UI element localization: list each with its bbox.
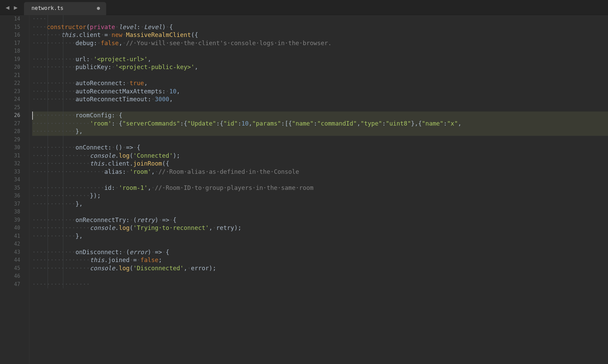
code-line[interactable]: ············onReconnectTry:·(retry)·=>·{ [32, 216, 608, 224]
line-number: 34 [0, 176, 29, 184]
line-number: 14 [0, 15, 29, 23]
code-line[interactable]: ············}, [32, 200, 608, 208]
line-number: 20 [0, 63, 29, 72]
line-number: 31 [0, 152, 29, 160]
line-number: 23 [0, 88, 29, 96]
code-line[interactable] [32, 136, 608, 144]
code-line[interactable]: ············onDisconnect:·(error)·=>·{ [32, 248, 608, 257]
line-number: 24 [0, 95, 29, 104]
line-number: 46 [0, 272, 29, 281]
tab-active[interactable]: network.ts [24, 2, 106, 15]
code-content[interactable]: ········constructor(private·level:·Level… [29, 15, 608, 364]
line-number: 39 [0, 216, 29, 224]
line-number: 35 [0, 184, 29, 192]
line-number: 19 [0, 55, 29, 64]
code-line[interactable]: ················console.log('Connected')… [32, 152, 608, 160]
code-line[interactable]: ···· [32, 15, 608, 23]
line-number: 33 [0, 168, 29, 176]
line-number: 15 [0, 23, 29, 31]
line-number: 16 [0, 31, 29, 39]
code-line[interactable]: ····················alias:·'room',·//·Ro… [32, 168, 608, 176]
code-line[interactable]: ················ [32, 281, 608, 289]
nav-forward-icon[interactable]: ▶ [12, 3, 19, 12]
code-line[interactable] [32, 240, 608, 248]
tab-filename: network.ts [31, 4, 63, 13]
code-line[interactable]: ············publicKey:·'<project-public-… [32, 63, 608, 72]
code-line[interactable]: ············url:·'<project-url>', [32, 55, 608, 64]
code-line[interactable]: ············roomConfig:·{ [32, 112, 608, 120]
code-line[interactable]: ············autoReconnect:·true, [32, 79, 608, 88]
line-number: 32 [0, 160, 29, 168]
line-number: 18 [0, 47, 29, 55]
tab-modified-icon [97, 7, 100, 10]
editor-area[interactable]: 1415161718192021222324252627282930313233… [0, 15, 608, 364]
line-number: 22 [0, 79, 29, 88]
code-line[interactable]: ············}, [32, 128, 608, 136]
code-line[interactable]: ············onConnect:·()·=>·{ [32, 144, 608, 152]
code-line[interactable] [32, 104, 608, 112]
code-line[interactable]: ················this.joined·=·false; [32, 256, 608, 264]
line-number: 40 [0, 224, 29, 232]
line-number: 37 [0, 200, 29, 208]
nav-back-icon[interactable]: ◀ [4, 3, 11, 12]
code-line[interactable] [32, 272, 608, 281]
line-number: 43 [0, 248, 29, 257]
code-line[interactable]: ················'room':·{"serverCommands… [32, 120, 608, 128]
code-line[interactable]: ············}, [32, 232, 608, 240]
line-number: 29 [0, 136, 29, 144]
code-line[interactable]: ············debug:·false,·//·You·will·se… [32, 39, 608, 48]
line-number-gutter: 1415161718192021222324252627282930313233… [0, 15, 29, 364]
code-line[interactable]: ············autoReconnectTimeout:·3000, [32, 95, 608, 104]
line-number: 44 [0, 256, 29, 264]
line-number: 36 [0, 192, 29, 200]
code-line[interactable]: ····constructor(private·level:·Level)·{ [32, 23, 608, 31]
editor-window: ◀ ▶ network.ts 1415161718192021222324252… [0, 0, 608, 364]
code-line[interactable]: ················console.log('Trying·to·r… [32, 224, 608, 232]
line-number: 17 [0, 39, 29, 48]
line-number: 47 [0, 281, 29, 289]
code-line[interactable]: ········this.client·=·new·MassiveRealmCl… [32, 31, 608, 39]
line-number: 27 [0, 120, 29, 128]
line-number: 30 [0, 144, 29, 152]
line-number: 42 [0, 240, 29, 248]
code-line[interactable]: ················}); [32, 192, 608, 200]
code-line[interactable] [32, 208, 608, 216]
line-number: 21 [0, 72, 29, 80]
line-number: 28 [0, 128, 29, 136]
line-number: 25 [0, 104, 29, 112]
nav-group: ◀ ▶ [4, 3, 19, 12]
text-cursor [32, 112, 33, 120]
code-line[interactable] [32, 47, 608, 55]
code-line[interactable]: ················this.client.joinRoom({ [32, 160, 608, 168]
line-number: 45 [0, 264, 29, 273]
code-line[interactable]: ············autoReconnectMaxAttempts:·10… [32, 88, 608, 96]
code-line[interactable]: ················console.log('Disconnecte… [32, 264, 608, 273]
tab-bar: ◀ ▶ network.ts [0, 0, 608, 15]
code-line[interactable] [32, 72, 608, 80]
code-line[interactable]: ····················id:·'room-1',·//·Roo… [32, 184, 608, 192]
line-number: 38 [0, 208, 29, 216]
line-number: 41 [0, 232, 29, 240]
code-line[interactable] [32, 176, 608, 184]
line-number: 26 [0, 112, 29, 120]
